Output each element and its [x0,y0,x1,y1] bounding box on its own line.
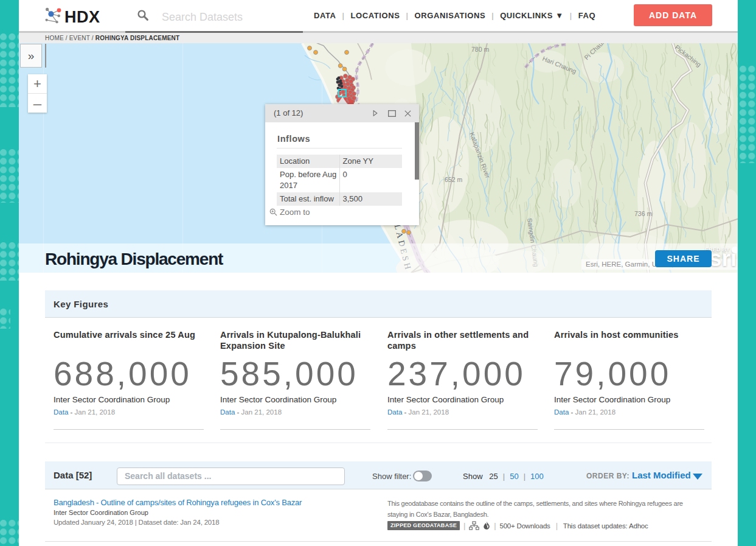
svg-text:652 m: 652 m [445,176,462,183]
svg-text:780 m: 780 m [471,46,489,53]
svg-text:736 m: 736 m [634,210,652,217]
